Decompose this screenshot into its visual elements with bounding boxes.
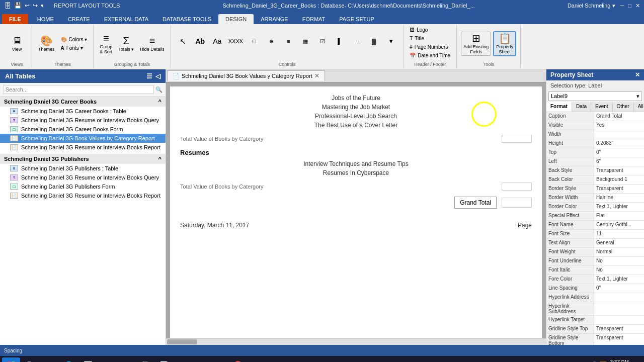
search-taskbar-button[interactable]: 🔍 — [21, 357, 39, 362]
prop-value-5[interactable]: 6" — [594, 157, 644, 166]
db-item-career-form[interactable]: □ Schmeling Daniel 3G Career Books Form — [0, 125, 166, 134]
tab-arrange[interactable]: ARRANGE — [254, 14, 295, 24]
tab-data[interactable]: Data — [572, 102, 591, 112]
textbox-button[interactable]: XXXX — [226, 37, 245, 45]
prop-value-9[interactable]: Hairline — [594, 194, 644, 202]
report-tab-close[interactable]: ✕ — [314, 72, 319, 79]
prop-value-17[interactable]: No — [594, 266, 644, 275]
db-item-career-table[interactable]: ≡ Schmeling Daniel 3G Career Books : Tab… — [0, 107, 166, 116]
view-button[interactable]: 🖥 View — [9, 35, 25, 53]
prop-value-2[interactable] — [594, 130, 644, 139]
tab-page-setup[interactable]: PAGE SETUP — [332, 14, 381, 24]
selection-dropdown[interactable]: Label9 ▾ — [548, 92, 642, 101]
prop-value-1[interactable]: Yes — [594, 121, 644, 130]
search-input[interactable] — [3, 85, 153, 94]
prop-value-0[interactable]: Grand Total — [594, 112, 644, 121]
db-group-publishers-header[interactable]: Schmeling Daniel 3G Publishers ^ — [0, 154, 166, 164]
select-tool-button[interactable]: ↖ — [175, 36, 191, 47]
date-time-button[interactable]: 📅 Date and Time — [408, 52, 452, 59]
file-explorer-button[interactable]: 📁 — [40, 357, 58, 362]
db-item-pub-form[interactable]: □ Schmeling Daniel 3G Publishers Form — [0, 182, 166, 191]
prop-row-8[interactable]: Border Style Transparent — [546, 185, 644, 194]
prop-value-10[interactable]: Text 1, Lighter — [594, 203, 644, 211]
window-controls[interactable]: ─ □ ✕ — [620, 3, 640, 9]
prop-row-12[interactable]: Font Name Century Gothi... — [546, 221, 644, 230]
check-button[interactable]: ☑ — [314, 37, 331, 46]
prop-row-16[interactable]: Font Underline No — [546, 257, 644, 266]
themes-button[interactable]: 🎨 Themes — [36, 35, 57, 53]
group-sort-button[interactable]: ≡ Group& Sort — [98, 32, 114, 55]
prop-value-20[interactable] — [594, 293, 644, 302]
prop-value-13[interactable]: 11 — [594, 230, 644, 238]
selection-dropdown-arrow[interactable]: ▾ — [636, 93, 639, 100]
edge-button[interactable]: 🌐 — [59, 357, 77, 362]
dropdown-button[interactable]: ▼ — [383, 37, 399, 45]
image-button[interactable]: ▓ — [366, 37, 382, 45]
prop-row-24[interactable]: Gridline Style Bottom Transparent — [546, 334, 644, 345]
prop-row-19[interactable]: Line Spacing 0" — [546, 284, 644, 293]
search-icon[interactable]: 🔍 — [155, 86, 163, 93]
prop-row-6[interactable]: Back Style Transparent — [546, 166, 644, 175]
property-sheet-close-icon[interactable]: ✕ — [635, 71, 640, 78]
prop-row-14[interactable]: Text Align General — [546, 239, 644, 248]
report-area[interactable]: Jobs of the Future Mastering the Job Mar… — [166, 82, 546, 338]
prop-value-4[interactable]: 0" — [594, 148, 644, 157]
page-numbers-button[interactable]: # Page Numbers — [408, 43, 450, 51]
tab-design[interactable]: DESIGN — [218, 14, 254, 24]
tab-format[interactable]: Format — [546, 102, 572, 112]
db-group-collapse-icon[interactable]: ^ — [158, 99, 162, 105]
prop-value-24[interactable]: Transparent — [594, 334, 644, 345]
tab-event[interactable]: Event — [591, 102, 613, 112]
db-item-career-report[interactable]: 📄 Schmeling Daniel 3G Book Values by Cat… — [0, 134, 166, 143]
rectangle-button[interactable]: □ — [246, 37, 262, 45]
tab-create[interactable]: CREATE — [61, 14, 97, 24]
left-panel-menu-icon[interactable]: ☰ — [146, 72, 152, 80]
prop-row-2[interactable]: Width — [546, 130, 644, 139]
word-button[interactable]: 📝 — [155, 357, 173, 362]
hscrollbar-thumb[interactable] — [167, 339, 197, 344]
prop-value-14[interactable]: General — [594, 239, 644, 247]
prop-row-9[interactable]: Border Width Hairline — [546, 194, 644, 203]
totals-button[interactable]: Σ Totals ▾ — [116, 35, 136, 53]
close-btn[interactable]: ✕ — [635, 3, 640, 9]
chart-button[interactable]: ⊕ — [263, 37, 279, 46]
report-tab-item[interactable]: 📄 Schmeling Daniel 3G Book Values y Cate… — [167, 70, 325, 81]
outlook-button[interactable]: 📧 — [98, 357, 116, 362]
prop-value-22[interactable] — [594, 316, 644, 324]
prop-row-0[interactable]: Caption Grand Total — [546, 112, 644, 121]
line-button[interactable]: ▌ — [332, 37, 348, 45]
prop-value-18[interactable]: Text 1, Lighter — [594, 275, 644, 284]
prop-row-13[interactable]: Font Size 11 — [546, 230, 644, 239]
minimize-btn[interactable]: ─ — [620, 3, 624, 9]
prop-row-4[interactable]: Top 0" — [546, 148, 644, 157]
left-panel-close-icon[interactable]: ◁ — [155, 72, 160, 80]
prop-value-11[interactable]: Flat — [594, 212, 644, 220]
access-button[interactable]: 🗃 — [117, 357, 135, 362]
db-item-career-report2[interactable]: 📄 Schmeling Daniel 3G Resume or Intervie… — [0, 143, 166, 152]
db-item-pub-query[interactable]: ? Schmeling Daniel 3G Resume or Intervie… — [0, 173, 166, 182]
prop-row-18[interactable]: Fore Color Text 1, Lighter — [546, 275, 644, 284]
screencast-button[interactable]: ⏺ — [174, 357, 192, 362]
tab-external-data[interactable]: EXTERNAL DATA — [97, 14, 155, 24]
prop-row-21[interactable]: Hyperlink SubAddress — [546, 302, 644, 316]
tab-database-tools[interactable]: DATABASE TOOLS — [155, 14, 218, 24]
db-group-career-header[interactable]: Schmeling Daniel 3G Career Books ^ — [0, 97, 166, 107]
prop-value-16[interactable]: No — [594, 257, 644, 265]
quick-save[interactable]: 💾 — [14, 2, 22, 9]
onenote-button[interactable]: 📓 — [136, 357, 154, 362]
grand-total-box[interactable]: Grand Total — [454, 197, 497, 209]
logo-button[interactable]: 🖼 Logo — [408, 26, 430, 34]
prop-value-7[interactable]: Background 1 — [594, 175, 644, 184]
tab-format[interactable]: FORMAT — [295, 14, 333, 24]
colors-button[interactable]: 🎨 Colors ▾ — [59, 36, 90, 43]
prop-row-5[interactable]: Left 6" — [546, 157, 644, 166]
property-sheet-button[interactable]: 📋 PropertySheet — [493, 31, 516, 56]
quick-undo[interactable]: ↩ — [25, 2, 30, 9]
prop-value-15[interactable]: Normal — [594, 248, 644, 256]
fonts-button[interactable]: A Fonts ▾ — [59, 44, 90, 52]
title-button[interactable]: T Title — [408, 35, 426, 42]
prop-row-22[interactable]: Hyperlink Target — [546, 316, 644, 325]
add-existing-fields-button[interactable]: ⊞ Add ExistingFields — [461, 32, 491, 56]
report-hscrollbar[interactable] — [166, 338, 546, 345]
prop-row-23[interactable]: Gridline Style Top Transparent — [546, 325, 644, 334]
